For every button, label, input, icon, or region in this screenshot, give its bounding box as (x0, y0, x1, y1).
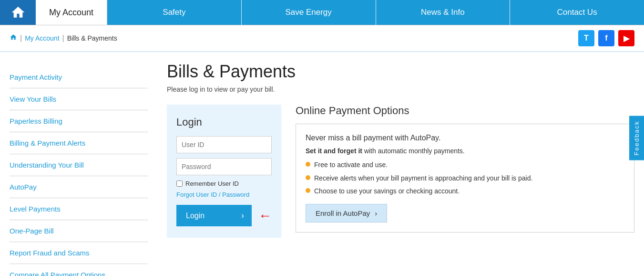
my-account-nav[interactable]: My Account (36, 0, 107, 25)
sidebar: Payment ActivityView Your BillsPaperless… (10, 62, 157, 276)
autopay-headline: Never miss a bill payment with AutoPay. (306, 134, 624, 142)
bullet-text: Choose to use your savings or checking a… (314, 187, 460, 196)
sidebar-item[interactable]: Compare All Payment Options (10, 264, 148, 276)
home-nav-button[interactable] (0, 0, 36, 25)
sidebar-item[interactable]: Billing & Payment Alerts (10, 132, 148, 154)
enroll-chevron-icon: › (375, 209, 377, 217)
breadcrumb-bar: | My Account | Bills & Payments T f ▶ (0, 25, 644, 52)
breadcrumb-home-icon[interactable] (10, 33, 17, 43)
bullet-dot-icon (306, 162, 310, 167)
login-title: Login (176, 116, 272, 128)
home-icon (10, 5, 26, 20)
sidebar-item[interactable]: AutoPay (10, 176, 148, 198)
user-id-input[interactable] (176, 136, 272, 153)
bullet-item: Choose to use your savings or checking a… (306, 187, 624, 196)
bullet-dot-icon (306, 175, 310, 180)
nav-item-safety[interactable]: Safety (107, 0, 242, 25)
login-button[interactable]: Login › (176, 205, 252, 226)
feedback-label: Feedback (633, 120, 640, 155)
sidebar-item[interactable]: View Your Bills (10, 88, 148, 110)
nav-item-save-energy[interactable]: Save Energy (242, 0, 376, 25)
breadcrumb: | My Account | Bills & Payments (10, 33, 117, 43)
bullet-item: Receive alerts when your bill payment is… (306, 174, 624, 183)
bullet-text: Free to activate and use. (314, 160, 388, 170)
login-button-label: Login (186, 212, 204, 220)
sidebar-item[interactable]: One-Page Bill (10, 220, 148, 242)
youtube-icon[interactable]: ▶ (618, 30, 634, 46)
sidebar-item[interactable]: Understanding Your Bill (10, 154, 148, 176)
twitter-icon[interactable]: T (578, 30, 594, 46)
nav-right-items: SafetySave EnergyNews & InfoContact Us (107, 0, 644, 25)
forgot-link[interactable]: Forgot User ID / Password (176, 191, 272, 198)
enroll-button-label: Enroll in AutoPay (316, 209, 370, 217)
breadcrumb-my-account[interactable]: My Account (25, 34, 59, 42)
page-title: Bills & Payments (167, 62, 634, 82)
payment-options-title: Online Payment Options (296, 105, 634, 117)
login-chevron-icon: › (241, 211, 244, 221)
enroll-autopay-button[interactable]: Enroll in AutoPay › (306, 204, 387, 223)
sidebar-item[interactable]: Paperless Billing (10, 110, 148, 132)
login-box: Login Remember User ID Forgot User ID / … (167, 105, 281, 238)
breadcrumb-current: Bills & Payments (67, 34, 117, 42)
remember-label: Remember User ID (185, 180, 239, 187)
bullet-item: Free to activate and use. (306, 160, 624, 170)
my-account-label: My Account (49, 8, 93, 18)
nav-item-news-info[interactable]: News & Info (376, 0, 511, 25)
red-arrow-icon: ← (258, 209, 272, 223)
autopay-bullets: Free to activate and use.Receive alerts … (306, 160, 624, 196)
password-input[interactable] (176, 158, 272, 175)
autopay-set-label: Set it and forget it (306, 147, 362, 155)
nav-item-contact-us[interactable]: Contact Us (510, 0, 644, 25)
feedback-tab[interactable]: Feedback (629, 116, 644, 160)
main-content: Payment ActivityView Your BillsPaperless… (0, 52, 644, 276)
top-nav: My Account SafetySave EnergyNews & InfoC… (0, 0, 644, 25)
bullet-dot-icon (306, 188, 310, 193)
sidebar-item[interactable]: Payment Activity (10, 66, 148, 88)
bullet-text: Receive alerts when your bill payment is… (314, 174, 532, 183)
page-content: Bills & Payments Please log in to view o… (157, 62, 634, 276)
arrow-indicator: ← (258, 209, 272, 223)
autopay-box: Never miss a bill payment with AutoPay. … (296, 124, 634, 233)
social-icons: T f ▶ (578, 30, 634, 46)
content-columns: Login Remember User ID Forgot User ID / … (167, 105, 634, 238)
login-btn-row: Login › ← (176, 205, 272, 226)
payment-options: Online Payment Options Never miss a bill… (296, 105, 634, 233)
sidebar-item[interactable]: Level Payments (10, 198, 148, 220)
sidebar-item[interactable]: Report Fraud and Scams (10, 242, 148, 264)
breadcrumb-sep-2: | (62, 34, 64, 42)
facebook-icon[interactable]: f (598, 30, 614, 46)
breadcrumb-sep-1: | (20, 34, 22, 42)
remember-checkbox[interactable] (176, 180, 183, 187)
autopay-set-rest: with automatic monthly payments. (362, 147, 465, 155)
autopay-set-text: Set it and forget it with automatic mont… (306, 147, 624, 155)
page-subtitle: Please log in to view or pay your bill. (167, 85, 634, 93)
remember-row: Remember User ID (176, 180, 272, 187)
